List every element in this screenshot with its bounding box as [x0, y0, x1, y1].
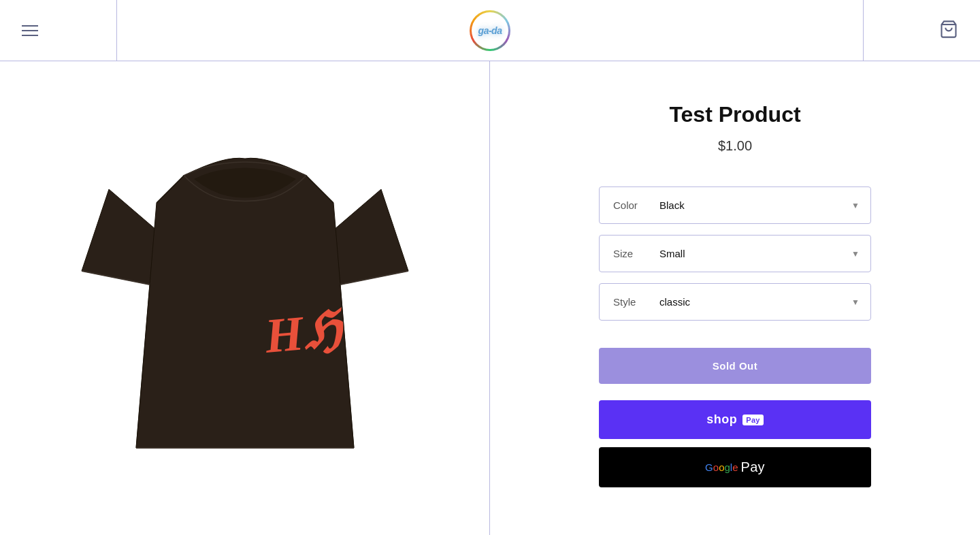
sold-out-button[interactable]: Sold Out — [599, 348, 871, 384]
product-image: Hℌ — [68, 135, 422, 461]
color-option-wrapper: Color Black White Navy ▼ — [599, 187, 871, 224]
product-image-panel: Hℌ — [0, 61, 490, 535]
product-price: $1.00 — [718, 138, 752, 154]
style-option-wrapper: Style classic fitted oversized ▼ — [599, 283, 871, 321]
logo-circle: ga-da — [470, 10, 510, 51]
style-label: Style — [600, 284, 654, 320]
tshirt-container: Hℌ — [48, 135, 442, 461]
tshirt-logo-text: Hℌ — [262, 302, 346, 363]
header-right — [863, 0, 958, 61]
shop-pay-label: shop — [706, 412, 737, 427]
product-title: Test Product — [669, 102, 800, 127]
color-select-arrow: ▼ — [851, 201, 870, 210]
color-select[interactable]: Black White Navy — [654, 187, 851, 223]
payment-buttons: Sold Out shop Pay Google Pay — [599, 348, 871, 487]
logo-text: ga-da — [478, 25, 502, 36]
style-select-arrow: ▼ — [851, 297, 870, 307]
shop-pay-button[interactable]: shop Pay — [599, 400, 871, 439]
color-label: Color — [600, 187, 654, 223]
google-g-icon: Google — [705, 461, 738, 473]
header: ga-da — [0, 0, 980, 61]
product-details-panel: Test Product $1.00 Color Black White Nav… — [490, 61, 980, 535]
header-left — [22, 0, 117, 61]
size-label: Size — [600, 236, 654, 272]
cart-button[interactable] — [939, 20, 958, 42]
size-option-wrapper: Size Small Medium Large XL ▼ — [599, 235, 871, 272]
size-select-arrow: ▼ — [851, 249, 870, 259]
header-logo[interactable]: ga-da — [470, 10, 510, 51]
style-select[interactable]: classic fitted oversized — [654, 284, 851, 320]
product-options: Color Black White Navy ▼ Size Small Medi… — [599, 187, 871, 321]
menu-button[interactable] — [22, 25, 38, 36]
cart-icon — [939, 20, 958, 39]
google-pay-button[interactable]: Google Pay — [599, 447, 871, 487]
gpay-pay-text: Pay — [741, 459, 765, 475]
size-select[interactable]: Small Medium Large XL — [654, 236, 851, 272]
shop-pay-badge: Pay — [742, 415, 763, 425]
main-layout: Hℌ Test Product $1.00 Color Black White … — [0, 61, 980, 535]
